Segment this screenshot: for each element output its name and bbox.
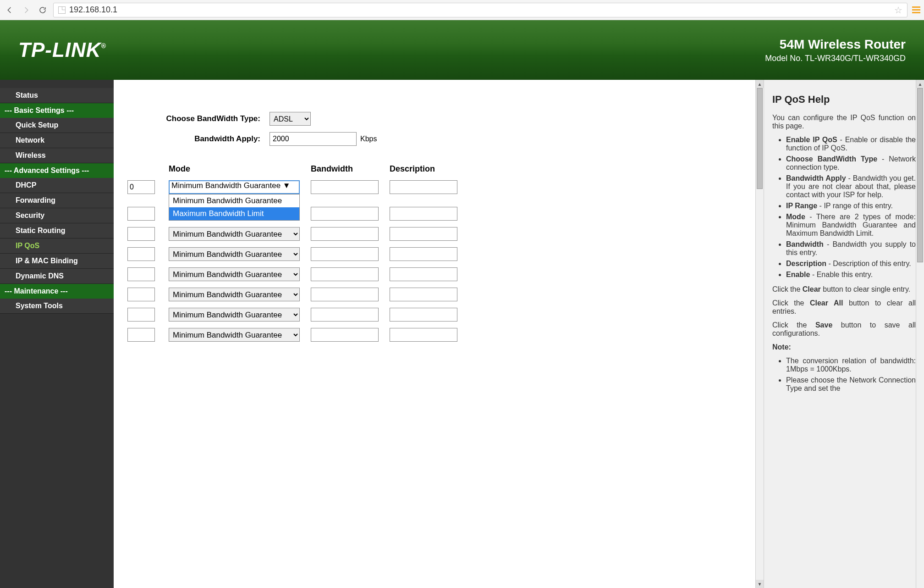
ip-input[interactable] (127, 247, 155, 261)
description-input[interactable] (390, 180, 457, 194)
bandwidth-input[interactable] (311, 328, 379, 342)
bwtype-label: Choose BandWidth Type: (141, 114, 270, 123)
sidebar-nav: Status--- Basic Settings ---Quick SetupN… (0, 80, 114, 588)
description-input[interactable] (390, 288, 457, 301)
col-description: Description (390, 164, 737, 174)
sidebar-section-header: --- Maintenance --- (0, 284, 114, 299)
url-bar[interactable]: 192.168.10.1 ☆ (53, 3, 908, 17)
bwapply-input[interactable] (270, 132, 357, 146)
router-header: TP-LINK® 54M Wireless Router Model No. T… (0, 20, 924, 80)
help-note: Please choose the Network Connection Typ… (786, 376, 916, 393)
bwtype-select[interactable]: ADSL (270, 112, 311, 126)
bandwidth-input[interactable] (311, 180, 379, 194)
sidebar-item[interactable]: System Tools (0, 299, 114, 314)
mode-dropdown: Minimum Bandwidth GuaranteeMaximum Bandw… (169, 194, 300, 221)
bandwidth-input[interactable] (311, 227, 379, 241)
product-title: 54M Wireless Router (765, 37, 906, 52)
sidebar-item[interactable]: Status (0, 88, 114, 103)
help-clearall: Click the Clear All button to clear all … (772, 299, 916, 316)
qos-row: Minimum Bandwidth Guarantee (141, 247, 737, 261)
sidebar-item[interactable]: Forwarding (0, 193, 114, 208)
qos-row: Minimum Bandwidth Guarantee (141, 328, 737, 342)
mode-select[interactable]: Minimum Bandwidth Guarantee ▼ (169, 180, 300, 194)
ip-input[interactable] (127, 267, 155, 281)
sidebar-item[interactable]: Quick Setup (0, 118, 114, 133)
description-input[interactable] (390, 328, 457, 342)
qos-row: Minimum Bandwidth Guarantee (141, 308, 737, 322)
sidebar-item[interactable]: Security (0, 208, 114, 223)
help-bullet: Description - Description of this entry. (786, 260, 916, 268)
help-bullet: Enable IP QoS - Enable or disable the fu… (786, 136, 916, 152)
help-bullet: Choose BandWidth Type - Network connecti… (786, 155, 916, 172)
scroll-up-icon[interactable]: ▲ (756, 80, 764, 88)
bandwidth-input[interactable] (311, 267, 379, 281)
bandwidth-input[interactable] (311, 207, 379, 221)
help-bullet: Bandwidth Apply - Bandwidth you get. If … (786, 174, 916, 199)
help-intro: You can configure the IP QoS function on… (772, 114, 916, 130)
bookmark-star-icon[interactable]: ☆ (894, 5, 902, 16)
content-area: Choose BandWidth Type: ADSL Bandwidth Ap… (114, 80, 755, 588)
ip-input[interactable] (127, 328, 155, 342)
help-save: Click the Save button to save all config… (772, 321, 916, 338)
sidebar-section-header: --- Basic Settings --- (0, 103, 114, 118)
sidebar-item[interactable]: Static Routing (0, 223, 114, 239)
mode-select[interactable]: Minimum Bandwidth Guarantee (169, 288, 300, 301)
qos-row: Minimum Bandwidth Guarantee (141, 227, 737, 241)
sidebar-item[interactable]: Wireless (0, 148, 114, 163)
content-scrollbar[interactable]: ▲ ▼ (755, 80, 764, 588)
bwapply-unit: Kbps (360, 135, 377, 143)
bandwidth-input[interactable] (311, 288, 379, 301)
help-scrollbar[interactable]: ▲ (916, 80, 924, 588)
ip-input[interactable] (127, 180, 155, 194)
qos-row: Minimum Bandwidth Guarantee (141, 267, 737, 281)
sidebar-item[interactable]: DHCP (0, 178, 114, 193)
help-panel: IP QoS Help You can configure the IP QoS… (764, 80, 924, 588)
description-input[interactable] (390, 267, 457, 281)
sidebar-item[interactable]: Dynamic DNS (0, 269, 114, 284)
bwapply-label: Bandwidth Apply: (141, 134, 270, 144)
help-bullet: Bandwidth - Bandwidth you supply to this… (786, 240, 916, 257)
scroll-down-icon[interactable]: ▼ (756, 580, 764, 588)
mode-select[interactable]: Minimum Bandwidth Guarantee (169, 247, 300, 261)
help-note: The conversion relation of bandwidth: 1M… (786, 357, 916, 373)
mode-select[interactable]: Minimum Bandwidth Guarantee (169, 227, 300, 241)
forward-button[interactable] (20, 4, 32, 16)
reload-button[interactable] (37, 4, 49, 16)
ip-input[interactable] (127, 207, 155, 221)
sidebar-item[interactable]: IP QoS (0, 239, 114, 254)
qos-row: Minimum Bandwidth Guarantee (141, 288, 737, 301)
mode-select[interactable]: Minimum Bandwidth Guarantee (169, 267, 300, 281)
page-icon (58, 6, 66, 14)
description-input[interactable] (390, 227, 457, 241)
bandwidth-input[interactable] (311, 308, 379, 322)
back-button[interactable] (4, 4, 16, 16)
ip-input[interactable] (127, 288, 155, 301)
hamburger-menu-icon[interactable] (912, 6, 920, 13)
col-mode: Mode (169, 164, 311, 174)
bandwidth-input[interactable] (311, 247, 379, 261)
url-text: 192.168.10.1 (69, 5, 117, 15)
help-note-label: Note: (772, 343, 916, 351)
scroll-up-icon[interactable]: ▲ (916, 80, 924, 88)
description-input[interactable] (390, 247, 457, 261)
mode-option[interactable]: Maximum Bandwidth Limit (169, 207, 299, 220)
qos-row: Minimum Bandwidth Guarantee ▼Minimum Ban… (141, 180, 737, 194)
browser-chrome: 192.168.10.1 ☆ (0, 0, 924, 20)
sidebar-item[interactable]: Network (0, 133, 114, 148)
description-input[interactable] (390, 207, 457, 221)
description-input[interactable] (390, 308, 457, 322)
sidebar-item[interactable]: IP & MAC Binding (0, 254, 114, 269)
ip-input[interactable] (127, 308, 155, 322)
mode-option[interactable]: Minimum Bandwidth Guarantee (169, 194, 299, 207)
ip-input[interactable] (127, 227, 155, 241)
model-number: Model No. TL-WR340G/TL-WR340GD (765, 54, 906, 63)
brand-logo: TP-LINK® (18, 39, 106, 61)
help-clear: Click the Clear button to clear single e… (772, 285, 916, 294)
model-info: 54M Wireless Router Model No. TL-WR340G/… (765, 37, 906, 63)
mode-select[interactable]: Minimum Bandwidth Guarantee (169, 328, 300, 342)
help-bullet: Enable - Enable this entry. (786, 271, 916, 279)
col-bandwidth: Bandwidth (311, 164, 390, 174)
mode-select[interactable]: Minimum Bandwidth Guarantee (169, 308, 300, 322)
help-title: IP QoS Help (772, 94, 916, 105)
help-bullet: IP Range - IP range of this entry. (786, 202, 916, 210)
